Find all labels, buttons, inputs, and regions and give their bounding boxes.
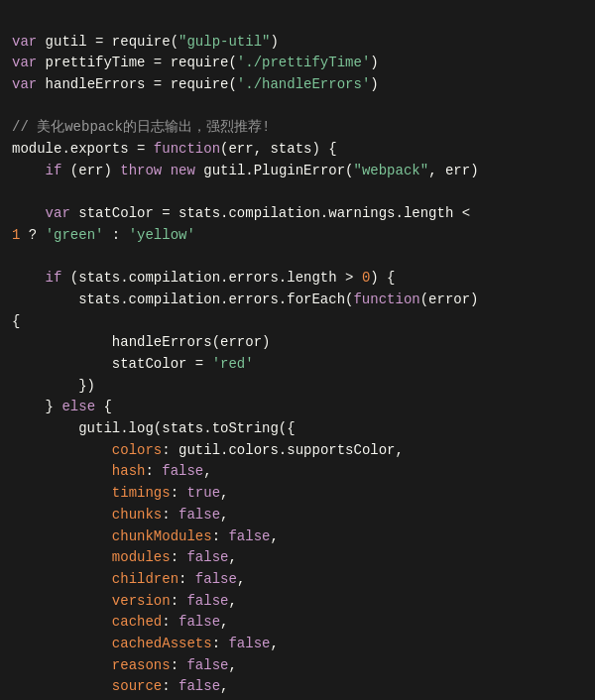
line-17: colors: gutil.colors.supportsColor, (12, 442, 404, 458)
line-7: var statColor = stats.compilation.warnin… (12, 205, 470, 221)
line-13: statColor = 'red' (12, 356, 254, 372)
line-10: stats.compilation.errors.forEach(functio… (12, 292, 479, 307)
line-15: } else { (12, 399, 112, 414)
line-12: handleErrors(error) (12, 334, 270, 350)
line-8: 1 ? 'green' : 'yellow' (12, 227, 195, 243)
line-9: if (stats.compilation.errors.length > 0)… (12, 270, 396, 286)
line-2: var prettifyTime = require('./prettifyTi… (12, 55, 379, 70)
line-23: children: false, (12, 571, 245, 587)
line-11: { (12, 313, 20, 329)
line-28: source: false, (12, 678, 228, 694)
line-26: cachedAssets: false, (12, 636, 279, 651)
line-5: module.exports = function(err, stats) { (12, 141, 337, 157)
line-4: // 美化webpack的日志输出，强烈推荐! (12, 119, 270, 135)
line-18: hash: false, (12, 463, 212, 479)
line-24: version: false, (12, 593, 237, 609)
line-3: var handleErrors = require('./handleErro… (12, 76, 379, 92)
code-editor: var gutil = require("gulp-util") var pre… (12, 10, 583, 700)
line-25: cached: false, (12, 614, 228, 630)
line-27: reasons: false, (12, 657, 237, 673)
line-16: gutil.log(stats.toString({ (12, 420, 296, 436)
line-14: }) (12, 378, 95, 394)
line-22: modules: false, (12, 549, 237, 565)
line-20: chunks: false, (12, 507, 228, 523)
line-6: if (err) throw new gutil.PluginError("we… (12, 163, 479, 178)
line-1: var gutil = require("gulp-util") (12, 34, 279, 50)
line-21: chunkModules: false, (12, 528, 279, 544)
line-19: timings: true, (12, 485, 228, 501)
